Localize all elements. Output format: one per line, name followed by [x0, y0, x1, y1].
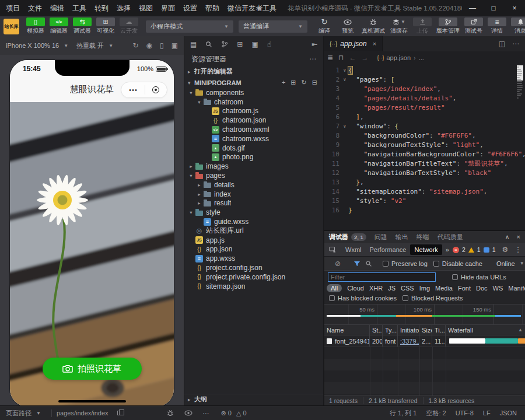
tree-item-chatroom.js[interactable]: JSchatroom.js [184, 107, 323, 116]
view-button-模拟器[interactable]: ▯模拟器 [26, 18, 45, 35]
action-button-预览[interactable]: 预览 [338, 18, 357, 35]
search-network-icon[interactable] [365, 260, 372, 267]
tree-item-chatroom.wxss[interactable]: ≡chatroom.wxss [184, 134, 323, 144]
tab-app-json[interactable]: {··} app.json × [324, 36, 383, 51]
panel-tab-输出[interactable]: 输出 [396, 233, 408, 242]
tree-item-index[interactable]: ▸index [184, 190, 323, 199]
new-file-icon[interactable]: + [282, 79, 285, 86]
collapse-panel-icon[interactable]: ∧ [505, 233, 510, 241]
problem-counts[interactable]: ⊗0 △0 [221, 410, 247, 417]
tree-item-result[interactable]: ▸result [184, 199, 323, 208]
column-header-Initiator[interactable]: Initiator [398, 325, 419, 335]
extensions-icon[interactable]: ⊞ [237, 40, 243, 48]
has-blocked-cookies-checkbox[interactable]: Has blocked cookies [329, 295, 397, 302]
filter-chip-JS[interactable]: JS [388, 285, 396, 292]
preview-status-icon[interactable] [184, 410, 192, 416]
action-button-真机调试[interactable]: 真机调试 [362, 18, 385, 35]
filter-chip-Img[interactable]: Img [419, 285, 430, 292]
mode-select[interactable]: 小程序模式▼ [146, 20, 233, 33]
device-select[interactable]: iPhone X 100% 16▼ [6, 42, 68, 49]
fold-arrow[interactable]: ∨ [341, 66, 348, 75]
kebab-menu-icon[interactable]: ⋮ [514, 246, 522, 254]
menu-item-转到[interactable]: 转到 [90, 4, 113, 13]
menu-item-微信开发者工具[interactable]: 微信开发者工具 [223, 4, 281, 13]
tree-item-project.config.json[interactable]: {}project.config.json [184, 263, 323, 272]
devtools-tab-Network[interactable]: Network [410, 244, 442, 255]
maximize-button[interactable]: □ [483, 0, 504, 16]
action-button-上传[interactable]: 上传 [413, 18, 432, 35]
action-button-版本管理[interactable]: 版本管理 [436, 18, 460, 35]
compile-mode-select[interactable]: 普通编译▼ [239, 20, 307, 33]
view-button-编辑器[interactable]: </>编辑器 [50, 18, 68, 35]
copy-path-icon[interactable] [117, 411, 121, 415]
column-header-Ti...[interactable]: Ti... [432, 325, 446, 335]
inspect-element-icon[interactable] [329, 246, 337, 253]
panel-tab-代码质量[interactable]: 代码质量 [438, 233, 463, 242]
tree-item-project.private.config.json[interactable]: {}project.private.config.json [184, 272, 323, 282]
refresh-explorer-icon[interactable]: ↻ [302, 79, 307, 86]
minimize-button[interactable]: — [462, 0, 483, 16]
warning-badge-icon[interactable] [468, 247, 474, 253]
capture-flower-button[interactable]: 拍照识花草 [43, 358, 142, 380]
tree-item-dots.gif[interactable]: ▲dots.gif [184, 144, 323, 153]
tree-item-chatroom.wxml[interactable]: <>chatroom.wxml [184, 125, 323, 134]
debug-status-icon[interactable] [167, 410, 174, 416]
menu-icon[interactable]: ≣ [327, 54, 333, 62]
filter-chip-Cloud[interactable]: Cloud [347, 285, 364, 292]
tree-item-images[interactable]: ▸images [184, 162, 323, 171]
more-actions-icon[interactable]: ⋯ [512, 40, 519, 48]
menu-item-选择[interactable]: 选择 [113, 4, 135, 13]
sort-icon[interactable]: ▲ [518, 327, 523, 332]
menu-item-工具[interactable]: 工具 [68, 4, 90, 13]
tree-item-style[interactable]: ▾style [184, 208, 323, 217]
tree-item-站长图库.url[interactable]: ◎站长图库.url [184, 226, 323, 236]
network-timeline-overview[interactable]: 50 ms100 ms150 ms [324, 304, 525, 325]
action-button-编译[interactable]: ↻编译 [315, 18, 334, 35]
search-icon[interactable] [205, 41, 212, 48]
panel-tab-调试器[interactable]: 调试器2, 1 [329, 233, 366, 242]
tree-item-chatroom.json[interactable]: {}chatroom.json [184, 116, 323, 125]
menu-item-项目[interactable]: 项目 [0, 4, 24, 13]
throttle-select[interactable]: Online▼ [496, 260, 524, 267]
action-button-消息[interactable]: 消息 [511, 18, 525, 35]
new-folder-icon[interactable]: ⊞ [290, 79, 296, 86]
settings-gear-icon[interactable]: ⚙ [502, 246, 508, 254]
project-root-section[interactable]: ▾ MINIPROGRAM + ⊞ ↻ ⊟ [184, 77, 323, 88]
preserve-log-checkbox[interactable]: Preserve log [383, 260, 428, 267]
fold-arrow[interactable]: ∨ [341, 75, 348, 85]
tab-overflow-icon[interactable]: » [446, 246, 449, 253]
error-badge-icon[interactable]: × [453, 247, 459, 253]
tree-item-app.wxss[interactable]: ≡app.wxss [184, 254, 323, 263]
request-row[interactable]: font_254941...200font:3379...2...11... [324, 335, 525, 347]
menu-item-界面[interactable]: 界面 [157, 4, 179, 13]
record-icon[interactable]: ◉ [146, 41, 152, 50]
menu-item-帮助[interactable]: 帮助 [201, 4, 223, 13]
more-status-icon[interactable]: ⋯ [203, 410, 209, 417]
filter-input[interactable] [328, 272, 436, 282]
message-badge-icon[interactable] [484, 247, 489, 253]
minimap[interactable] [517, 66, 523, 99]
menu-item-编辑[interactable]: 编辑 [46, 4, 68, 13]
view-button-可视化[interactable]: ⊞可视化 [96, 18, 115, 35]
view-button-调试器[interactable]: ⇆调试器 [73, 18, 92, 35]
action-button-测试号[interactable]: 测试号 [464, 18, 483, 35]
clear-icon[interactable]: ⊘ [335, 260, 341, 268]
tree-item-sitemap.json[interactable]: {}sitemap.json [184, 282, 323, 291]
rotate-icon[interactable]: ↻ [133, 41, 139, 50]
filter-chip-Font[interactable]: Font [458, 285, 471, 292]
filter-chip-Doc[interactable]: Doc [476, 285, 488, 292]
multi-window-icon[interactable]: ▣ [172, 41, 178, 50]
devtools-tab-Wxml[interactable]: Wxml [341, 244, 366, 255]
files-icon[interactable]: ▤ [190, 40, 197, 48]
device-frame-icon[interactable]: ▯ [160, 41, 164, 50]
filter-chip-All[interactable]: All [327, 284, 342, 292]
open-editors-section[interactable]: ▸ 打开的编辑器 [184, 66, 323, 77]
column-header-Waterfall[interactable]: Waterfall▲ [446, 325, 525, 335]
column-header-Name[interactable]: Name [324, 325, 370, 335]
tree-item-components[interactable]: ▾components [184, 88, 323, 97]
panel-tab-问题[interactable]: 问题 [374, 233, 387, 242]
outline-section[interactable]: ▸ 大纲 [184, 394, 323, 404]
initiator-link[interactable]: :3379... [400, 338, 419, 345]
hand-icon[interactable]: ☝ [267, 40, 271, 48]
devtools-tab-Performance[interactable]: Performance [366, 244, 411, 255]
